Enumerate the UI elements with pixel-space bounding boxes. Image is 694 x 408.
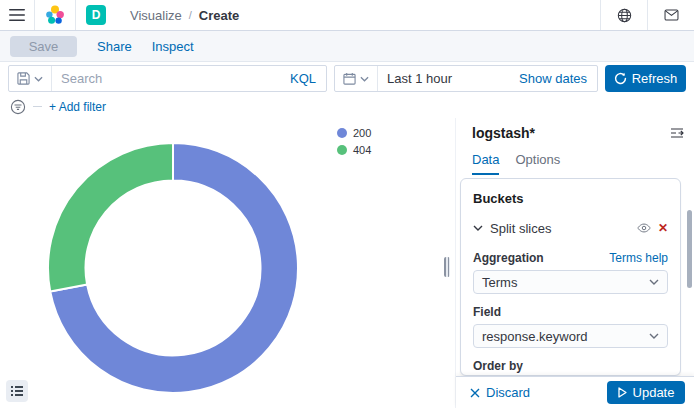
tab-data[interactable]: Data	[472, 152, 499, 175]
chevron-down-icon	[34, 76, 43, 82]
show-dates-button[interactable]: Show dates	[519, 71, 597, 86]
buckets-card: Buckets Split slices ✕	[460, 178, 681, 376]
field-group: Field response.keyword	[473, 305, 668, 348]
visualize-toolbar: Save Share Inspect	[0, 31, 694, 62]
eye-icon	[637, 223, 651, 233]
space-selector[interactable]: D	[76, 0, 116, 30]
save-button[interactable]: Save	[10, 36, 77, 57]
search-placeholder: Search	[52, 71, 290, 86]
field-value: response.keyword	[482, 329, 649, 344]
toggle-visibility-button[interactable]	[637, 223, 651, 233]
inspect-button[interactable]: Inspect	[152, 39, 194, 54]
time-picker-menu-button[interactable]	[335, 66, 378, 91]
refresh-label: Refresh	[632, 71, 678, 86]
chevron-down-icon	[649, 279, 659, 285]
aggregation-group: Aggregation Terms help Terms	[473, 251, 668, 294]
order-by-label: Order by	[473, 359, 523, 373]
editor-tabs: Data Options	[472, 152, 560, 175]
pie-svg	[43, 138, 303, 398]
aggregation-label: Aggregation	[473, 251, 544, 265]
terms-help-link[interactable]: Terms help	[609, 251, 668, 265]
aggregation-value: Terms	[482, 275, 649, 290]
menu-right-icon	[670, 126, 684, 140]
filter-divider	[33, 106, 42, 107]
add-filter-button[interactable]: + Add filter	[49, 100, 106, 114]
order-by-group: Order by Metric: Count	[473, 359, 668, 376]
list-icon	[11, 385, 23, 397]
visualization-editor-panel: logstash* Data Options Buckets Split sli…	[455, 118, 694, 408]
calendar-icon	[343, 72, 356, 85]
legend-dot-icon	[337, 145, 347, 155]
aggregation-select[interactable]: Terms	[473, 270, 668, 294]
editor-footer: Discard Update	[456, 376, 694, 408]
discard-button[interactable]: Discard	[470, 385, 530, 400]
search-input[interactable]: Search KQL	[8, 65, 327, 92]
hamburger-icon	[9, 8, 25, 22]
help-menu-button[interactable]	[601, 0, 647, 30]
collapse-panel-button[interactable]	[670, 126, 684, 140]
chevron-down-icon	[360, 76, 369, 82]
kibana-visualize-screen: D Visualize / Create Save Share	[0, 0, 694, 408]
buckets-heading: Buckets	[473, 191, 668, 206]
play-icon	[618, 387, 627, 398]
share-button[interactable]: Share	[97, 39, 132, 54]
update-button[interactable]: Update	[607, 381, 685, 404]
space-badge: D	[86, 5, 106, 25]
query-language-button[interactable]: KQL	[290, 71, 326, 86]
refresh-icon	[614, 72, 627, 85]
chevron-down-icon	[649, 333, 659, 339]
legend-item-404[interactable]: 404	[337, 144, 371, 156]
pie-slice-404[interactable]	[48, 143, 173, 291]
newsfeed-button[interactable]	[648, 0, 694, 30]
chart-legend: 200404	[337, 127, 371, 156]
breadcrumb: Visualize / Create	[116, 8, 600, 23]
update-label: Update	[633, 385, 675, 400]
legend-item-200[interactable]: 200	[337, 127, 371, 139]
mail-icon	[664, 9, 679, 21]
donut-chart[interactable]	[43, 138, 303, 398]
time-range-value[interactable]: Last 1 hour	[378, 71, 519, 86]
legend-dot-icon	[337, 128, 347, 138]
top-nav: D Visualize / Create	[0, 0, 694, 31]
elastic-logo-icon	[45, 5, 65, 25]
field-select[interactable]: response.keyword	[473, 324, 668, 348]
breadcrumb-create: Create	[199, 8, 239, 23]
close-icon: ✕	[658, 221, 668, 235]
query-bar: Search KQL Last 1 hour Show dates	[0, 62, 694, 95]
save-query-icon	[17, 72, 30, 85]
menu-button[interactable]	[0, 0, 34, 30]
elastic-home-button[interactable]	[35, 0, 75, 30]
legend-label: 404	[353, 144, 371, 156]
panel-scrollbar[interactable]	[687, 210, 692, 288]
field-label: Field	[473, 305, 501, 319]
panel-resize-handle[interactable]	[444, 257, 450, 277]
refresh-button[interactable]: Refresh	[605, 65, 686, 92]
legend-toggle-button[interactable]	[6, 380, 28, 402]
filter-icon	[10, 99, 26, 115]
split-slices-label: Split slices	[490, 221, 630, 236]
legend-label: 200	[353, 127, 371, 139]
index-pattern-title: logstash*	[472, 125, 535, 141]
breadcrumb-visualize[interactable]: Visualize	[130, 8, 182, 23]
split-slices-accordion[interactable]: Split slices ✕	[473, 216, 668, 240]
close-icon	[470, 388, 480, 398]
chevron-down-icon	[473, 225, 483, 231]
breadcrumb-separator: /	[189, 9, 192, 21]
discard-label: Discard	[486, 385, 530, 400]
globe-icon	[617, 8, 632, 23]
remove-bucket-button[interactable]: ✕	[658, 221, 668, 235]
saved-query-menu-button[interactable]	[9, 66, 52, 91]
time-picker[interactable]: Last 1 hour Show dates	[334, 65, 598, 92]
tab-options[interactable]: Options	[515, 152, 560, 175]
filter-bar: + Add filter	[0, 95, 694, 118]
